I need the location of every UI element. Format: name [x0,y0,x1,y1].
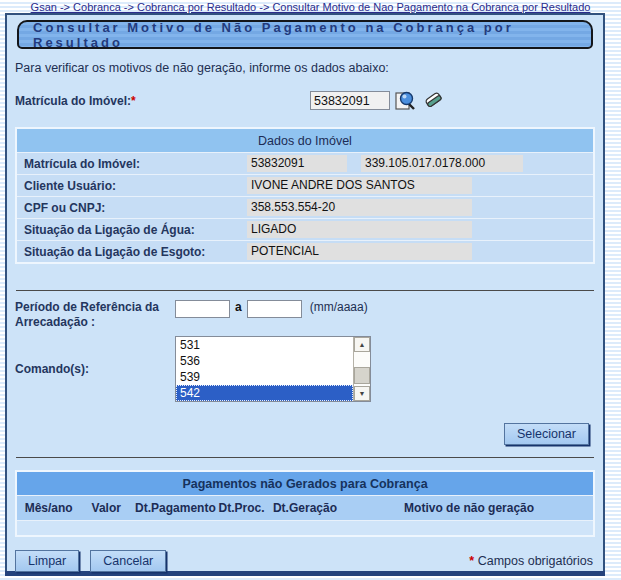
matricula-label: Matrícula do Imóvel:* [15,94,310,108]
matricula-input[interactable] [310,91,390,110]
table-row: Situação da Ligação de Esgoto: POTENCIAL [17,240,593,262]
main-window: Consultar Motivo de Não Pagamento na Cob… [5,13,605,571]
table-row: CPF ou CNPJ: 358.553.554-20 [17,196,593,218]
list-item[interactable]: 531 [176,337,353,353]
table-row: Situação da Ligação de Água: LIGADO [17,218,593,240]
list-item[interactable]: 536 [176,353,353,369]
ligacao-agua-value: LIGADO [247,221,472,238]
required-asterisk: * [131,94,136,108]
divider [16,290,594,291]
matricula-value: 53832091 [247,155,347,172]
scroll-up-icon[interactable]: ▲ [354,337,370,352]
dados-imovel-section: Dados do Imóvel Matrícula do Imóvel: 538… [15,127,595,264]
ligacao-esgoto-value: POTENCIAL [247,243,472,260]
search-imovel-icon[interactable] [395,90,418,111]
comandos-listbox[interactable]: 531 536 539 542 ▲ ▼ [175,336,371,402]
periodo-row: Período de Referência da Arrecadação : a… [15,300,595,330]
periodo-format-hint: (mm/aaaa) [310,300,368,314]
field-label: Situação da Ligação de Esgoto: [24,245,247,259]
comandos-label: Comando(s): [15,362,175,376]
list-item[interactable]: 539 [176,369,353,385]
required-fields-note: * Campos obrigatórios [469,554,595,568]
eraser-icon[interactable] [423,90,444,111]
intro-text: Para verificar os motivos de não geração… [15,61,595,75]
listbox-scrollbar[interactable]: ▲ ▼ [353,337,370,401]
field-label: Cliente Usuário: [24,179,247,193]
page-title-bar: Consultar Motivo de Não Pagamento na Cob… [17,20,593,49]
inscricao-value: 339.105.017.0178.000 [361,155,523,172]
cancelar-button[interactable]: Cancelar [90,550,166,572]
footer-actions: Limpar Cancelar * Campos obrigatórios [15,550,595,572]
pagamentos-header: Pagamentos não Gerados para Cobrança [17,472,593,495]
dados-imovel-header: Dados do Imóvel [17,129,593,152]
cliente-value: IVONE ANDRE DOS SANTOS [247,177,472,194]
pagamentos-empty-body [17,520,593,535]
scroll-down-icon[interactable]: ▼ [354,386,370,401]
table-row: Cliente Usuário: IVONE ANDRE DOS SANTOS [17,174,593,196]
field-label: Matrícula do Imóvel: [24,157,247,171]
pagamentos-column-headers: Mês/ano Valor Dt.Pagamento Dt.Proc. Dt.G… [17,495,593,520]
field-label: Situação da Ligação de Água: [24,223,247,237]
column-header: Dt.Proc. [219,501,265,515]
selecionar-button[interactable]: Selecionar [504,423,589,445]
breadcrumb[interactable]: Gsan -> Cobranca -> Cobranca por Resulta… [0,0,621,13]
divider [16,457,594,458]
scrollbar-thumb[interactable] [354,367,370,384]
page-title: Consultar Motivo de Não Pagamento na Cob… [33,20,591,50]
matricula-row: Matrícula do Imóvel:* [15,90,595,111]
column-header: Dt.Geração [265,501,346,515]
pagamentos-section: Pagamentos não Gerados para Cobrança Mês… [15,470,595,537]
field-label: CPF ou CNPJ: [24,201,247,215]
cpf-value: 358.553.554-20 [247,199,472,216]
list-item-selected[interactable]: 542 [176,385,353,401]
scrollbar-track[interactable] [354,352,370,386]
periodo-label: Período de Referência da Arrecadação : [15,300,175,330]
comando-row: Comando(s): 531 536 539 542 ▲ ▼ [15,336,595,402]
limpar-button[interactable]: Limpar [15,550,79,572]
selecionar-row: Selecionar [15,423,595,445]
periodo-final-input[interactable] [247,300,302,318]
column-header: Mês/ano [17,501,80,515]
periodo-connector: a [235,300,242,314]
column-header: Dt.Pagamento [132,501,218,515]
periodo-inicial-input[interactable] [175,300,230,318]
table-row: Matrícula do Imóvel: 53832091 339.105.01… [17,152,593,174]
column-header: Valor [80,501,132,515]
column-header: Motivo de não geração [345,501,593,515]
